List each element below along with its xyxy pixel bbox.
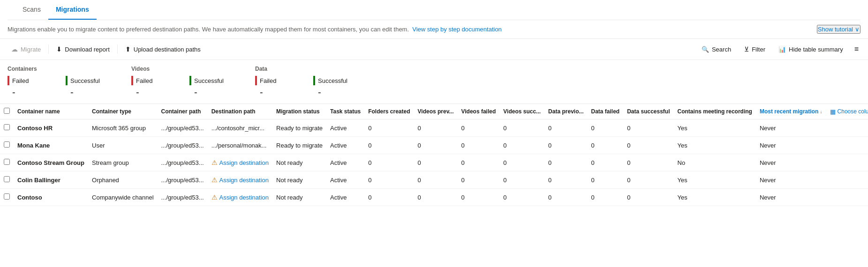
data-failed: 0 xyxy=(591,159,594,166)
meeting-recording-cell: Yes xyxy=(674,189,756,206)
videos-prev-cell: 0 xyxy=(414,154,458,171)
row-checkbox-cell xyxy=(0,189,14,206)
videos-failed-cell: 0 xyxy=(457,119,499,137)
recent-migration-cell: Never xyxy=(756,171,826,189)
row-checkbox[interactable] xyxy=(4,193,10,200)
info-bar: Migrations enable you to migrate content… xyxy=(0,20,868,39)
table-header: Container name Container type Container … xyxy=(0,104,868,119)
data-prev: 0 xyxy=(548,142,551,149)
col-name[interactable]: Container name xyxy=(14,104,88,119)
migration-status-cell: Not ready xyxy=(272,171,326,189)
summary-group-title: Videos xyxy=(131,66,236,72)
download-button[interactable]: ⬇ Download report xyxy=(53,43,113,55)
col-dataprev[interactable]: Data previo... xyxy=(544,104,587,119)
col-meeting[interactable]: Contains meeting recording xyxy=(674,104,756,119)
col-recent[interactable]: Most recent migration ↓ xyxy=(756,104,826,119)
row-checkbox[interactable] xyxy=(4,141,10,148)
tab-bar: Scans Migrations xyxy=(8,0,860,20)
task-status: Active xyxy=(330,159,347,166)
col-type[interactable]: Container type xyxy=(88,104,158,119)
col-path[interactable]: Container path xyxy=(158,104,208,119)
col-datasucc[interactable]: Data successful xyxy=(623,104,673,119)
container-type: Orphaned xyxy=(92,177,119,184)
folders-created-cell: 0 xyxy=(364,171,414,189)
data-failed: 0 xyxy=(591,177,594,184)
more-options-button[interactable]: ≡ xyxy=(853,43,860,56)
col-videofail[interactable]: Videos failed xyxy=(457,104,499,119)
docs-link[interactable]: View step by step documentation xyxy=(412,26,502,33)
destination-path-cell: .../personal/monak... xyxy=(208,137,272,154)
container-path-cell: .../group/ed53... xyxy=(158,189,208,206)
row-checkbox[interactable] xyxy=(4,176,10,182)
download-icon: ⬇ xyxy=(56,45,62,53)
search-button[interactable]: 🔍 Search xyxy=(698,44,735,55)
videos-prev: 0 xyxy=(418,159,421,166)
row-checkbox[interactable] xyxy=(4,159,10,165)
col-videoprev[interactable]: Videos prev... xyxy=(414,104,458,119)
container-type-cell: User xyxy=(88,137,158,154)
data-prev: 0 xyxy=(548,194,551,201)
toolbar-divider-2 xyxy=(117,44,118,54)
videos-succ: 0 xyxy=(503,125,506,132)
select-all-checkbox[interactable] xyxy=(4,108,10,114)
videos-succ-cell: 0 xyxy=(499,154,544,171)
table-row[interactable]: Contoso Stream GroupStream group.../grou… xyxy=(0,154,868,171)
show-tutorial-button[interactable]: Show tutorial ∨ xyxy=(817,25,860,34)
destination-text[interactable]: Assign destination xyxy=(219,194,269,201)
data-failed-cell: 0 xyxy=(587,154,623,171)
videos-prev: 0 xyxy=(418,125,421,132)
col-folders[interactable]: Folders created xyxy=(364,104,414,119)
summary-group-data: DataFailed-Successful- xyxy=(255,66,360,98)
col-datafail[interactable]: Data failed xyxy=(587,104,623,119)
videos-prev: 0 xyxy=(418,194,421,201)
folders-created: 0 xyxy=(368,177,371,184)
meeting-recording-cell: Yes xyxy=(674,171,756,189)
folders-created-cell: 0 xyxy=(364,119,414,137)
destination-text[interactable]: Assign destination xyxy=(219,159,269,166)
data-prev: 0 xyxy=(548,177,551,184)
container-path-cell: .../group/ed53... xyxy=(158,171,208,189)
check-all-header[interactable] xyxy=(0,104,14,119)
summary-item-value: - xyxy=(189,87,236,98)
summary-item: Successful- xyxy=(313,76,360,98)
tab-migrations[interactable]: Migrations xyxy=(48,0,97,20)
info-text: Migrations enable you to migrate content… xyxy=(8,26,502,33)
meeting-recording: Yes xyxy=(678,177,687,184)
hide-table-label: Hide table summary xyxy=(789,46,843,53)
row-checkbox-cell xyxy=(0,137,14,154)
summary-item: Failed- xyxy=(131,76,178,98)
data-prev-cell: 0 xyxy=(544,137,587,154)
data-succ-cell: 0 xyxy=(623,171,673,189)
row-checkbox[interactable] xyxy=(4,124,10,130)
col-status[interactable]: Migration status xyxy=(272,104,326,119)
summary-item: Failed- xyxy=(8,76,54,98)
col-videosucc[interactable]: Videos succ... xyxy=(499,104,544,119)
filter-button[interactable]: ⊻ Filter xyxy=(740,43,769,55)
data-succ-cell: 0 xyxy=(623,189,673,206)
migrate-button[interactable]: ☁ Migrate xyxy=(8,43,45,55)
container-path-cell: .../group/ed53... xyxy=(158,137,208,154)
container-name: Contoso xyxy=(17,194,42,201)
table-row[interactable]: Colin BallingerOrphaned.../group/ed53...… xyxy=(0,171,868,189)
search-icon: 🔍 xyxy=(702,46,709,53)
hide-table-button[interactable]: 📊 Hide table summary xyxy=(775,44,847,55)
col-dest[interactable]: Destination path xyxy=(208,104,272,119)
toolbar-divider-1 xyxy=(48,44,49,54)
table-row[interactable]: Contoso HRMicrosoft 365 group.../group/e… xyxy=(0,119,868,137)
recent-migration: Never xyxy=(760,125,776,132)
tab-scans[interactable]: Scans xyxy=(15,0,48,20)
table-row[interactable]: Mona KaneUser.../group/ed53....../person… xyxy=(0,137,868,154)
container-name-cell: Mona Kane xyxy=(14,137,88,154)
upload-button[interactable]: ⬆ Upload destination paths xyxy=(121,43,204,55)
destination-text[interactable]: Assign destination xyxy=(219,177,269,184)
videos-prev-cell: 0 xyxy=(414,119,458,137)
folders-created-cell: 0 xyxy=(364,137,414,154)
summary-item-label-text: Failed xyxy=(136,77,152,84)
table-row[interactable]: ContosoCompanywide channel.../group/ed53… xyxy=(0,189,868,206)
container-name: Contoso Stream Group xyxy=(17,159,84,166)
summary-item-value: - xyxy=(66,87,113,98)
choose-columns-button[interactable]: ▦ Choose columns xyxy=(830,108,868,115)
destination-path-cell: ⚠ Assign destination xyxy=(208,171,272,189)
col-task[interactable]: Task status xyxy=(326,104,364,119)
recent-migration: Never xyxy=(760,194,776,201)
